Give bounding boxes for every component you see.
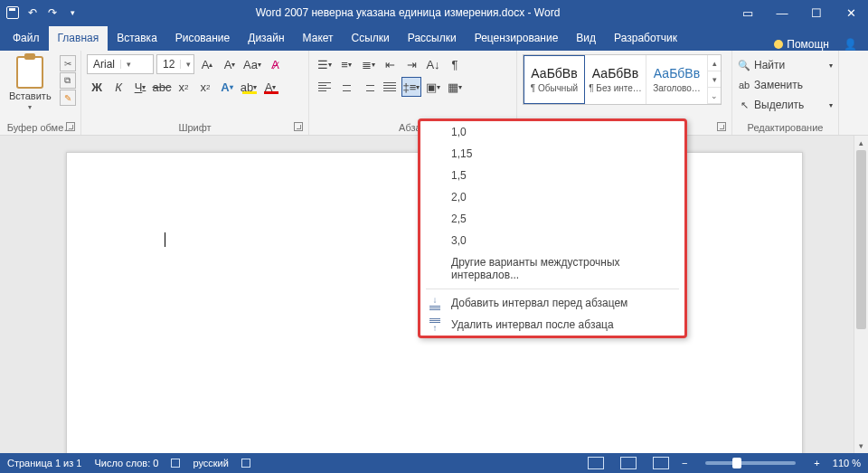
title-bar: ↶ ↷ ▾ Word 2007 неверна указана единица … bbox=[0, 0, 868, 25]
styles-dialog-launcher[interactable] bbox=[717, 122, 726, 131]
ribbon-display-icon[interactable]: ▭ bbox=[731, 0, 765, 25]
tell-me[interactable]: Помощн bbox=[767, 38, 836, 51]
replace-button[interactable]: abЗаменить bbox=[738, 76, 833, 94]
scroll-down-button[interactable]: ▾ bbox=[854, 439, 868, 453]
select-button[interactable]: ↖Выделить▾ bbox=[738, 96, 833, 114]
style-normal[interactable]: АаБбВв ¶ Обычный bbox=[524, 55, 585, 104]
font-size-combo[interactable]: 12▾ bbox=[156, 54, 194, 74]
tab-design[interactable]: Дизайн bbox=[239, 26, 293, 51]
status-word-count[interactable]: Число слов: 0 bbox=[94, 458, 158, 468]
clipboard-dialog-launcher[interactable] bbox=[66, 122, 75, 131]
justify-button[interactable] bbox=[380, 77, 400, 97]
spacing-options[interactable]: Другие варианты междустрочных интервалов… bbox=[420, 251, 684, 286]
group-font-label: Шрифт bbox=[87, 120, 303, 133]
minimize-button[interactable]: — bbox=[765, 0, 799, 25]
menu-separator bbox=[426, 289, 679, 289]
qat-customize-icon[interactable]: ▾ bbox=[65, 5, 80, 20]
change-case-button[interactable]: Aa▾ bbox=[242, 54, 262, 74]
increase-indent-button[interactable]: ⇥ bbox=[401, 54, 421, 74]
font-dialog-launcher[interactable] bbox=[294, 122, 303, 131]
style-name: ¶ Обычный bbox=[525, 83, 583, 93]
ribbon-tabs: Файл Главная Вставка Рисование Дизайн Ма… bbox=[0, 25, 868, 51]
tab-review[interactable]: Рецензирование bbox=[466, 26, 568, 51]
subscript-button[interactable]: x2 bbox=[174, 77, 193, 97]
tab-draw[interactable]: Рисование bbox=[166, 26, 239, 51]
status-macro[interactable] bbox=[241, 459, 250, 468]
align-left-button[interactable] bbox=[315, 77, 335, 97]
align-right-button[interactable] bbox=[358, 77, 378, 97]
group-clipboard: Вставить ▾ ✂ ⧉ ✎ Буфер обме… bbox=[0, 51, 81, 135]
add-space-before[interactable]: ↓ Добавить интервал перед абзацем bbox=[420, 292, 684, 314]
spacing-2-0[interactable]: 2,0 bbox=[420, 186, 684, 208]
status-page[interactable]: Страница 1 из 1 bbox=[7, 458, 81, 468]
grow-font-button[interactable]: A▴ bbox=[197, 54, 217, 74]
find-button[interactable]: 🔍Найти▾ bbox=[738, 56, 833, 74]
close-button[interactable]: ✕ bbox=[834, 0, 868, 25]
style-no-spacing[interactable]: АаБбВв ¶ Без инте… bbox=[585, 55, 646, 104]
quick-access-toolbar: ↶ ↷ ▾ bbox=[0, 5, 85, 20]
scroll-thumb[interactable] bbox=[856, 150, 866, 329]
vertical-scrollbar[interactable]: ▴ ▾ bbox=[854, 136, 868, 453]
font-name-combo[interactable]: Arial▾ bbox=[87, 54, 154, 74]
bullets-button[interactable]: ☰▾ bbox=[315, 54, 335, 74]
show-marks-button[interactable]: ¶ bbox=[445, 54, 465, 74]
cut-button[interactable]: ✂ bbox=[60, 55, 76, 71]
status-spelling[interactable] bbox=[171, 459, 180, 468]
tab-developer[interactable]: Разработчик bbox=[605, 26, 686, 51]
zoom-slider[interactable] bbox=[705, 461, 796, 465]
redo-icon[interactable]: ↷ bbox=[45, 5, 60, 20]
clear-formatting-button[interactable]: A̷ bbox=[265, 54, 285, 74]
maximize-button[interactable]: ☐ bbox=[799, 0, 834, 25]
font-color-button[interactable]: A▾ bbox=[260, 77, 280, 97]
save-icon[interactable] bbox=[5, 5, 20, 20]
view-web-layout[interactable] bbox=[653, 457, 669, 469]
shrink-font-button[interactable]: A▾ bbox=[220, 54, 240, 74]
spacing-1-15[interactable]: 1,15 bbox=[420, 143, 684, 165]
text-effects-button[interactable]: A▾ bbox=[217, 77, 237, 97]
copy-button[interactable]: ⧉ bbox=[60, 72, 76, 89]
zoom-in-button[interactable]: + bbox=[814, 458, 819, 468]
share-button[interactable]: 👤 bbox=[836, 38, 864, 51]
view-read-mode[interactable] bbox=[620, 457, 637, 469]
styles-gallery[interactable]: АаБбВв ¶ Обычный АаБбВв ¶ Без инте… АаБб… bbox=[523, 54, 722, 105]
sort-button[interactable]: A↓ bbox=[423, 54, 443, 74]
decrease-indent-button[interactable]: ⇤ bbox=[380, 54, 400, 74]
multilevel-list-button[interactable]: ≣▾ bbox=[358, 54, 378, 74]
highlight-button[interactable]: ab▾ bbox=[239, 77, 259, 97]
tab-mailings[interactable]: Рассылки bbox=[399, 26, 466, 51]
bold-button[interactable]: Ж bbox=[87, 77, 107, 97]
shading-button[interactable]: ▣▾ bbox=[423, 77, 443, 97]
underline-button[interactable]: Ч▾ bbox=[130, 77, 150, 97]
strikethrough-button[interactable]: abc bbox=[152, 77, 172, 97]
superscript-button[interactable]: x2 bbox=[195, 77, 215, 97]
remove-space-after[interactable]: ↑ Удалить интервал после абзаца bbox=[420, 314, 684, 336]
tab-file[interactable]: Файл bbox=[4, 26, 49, 51]
numbering-button[interactable]: ≡▾ bbox=[336, 54, 356, 74]
tab-view[interactable]: Вид bbox=[567, 26, 605, 51]
italic-button[interactable]: К bbox=[108, 77, 128, 97]
tab-insert[interactable]: Вставка bbox=[108, 26, 166, 51]
format-painter-button[interactable]: ✎ bbox=[60, 90, 76, 106]
scroll-track[interactable] bbox=[854, 150, 868, 439]
undo-icon[interactable]: ↶ bbox=[25, 5, 40, 20]
spacing-3-0[interactable]: 3,0 bbox=[420, 230, 684, 251]
style-name: ¶ Без инте… bbox=[587, 83, 645, 93]
line-spacing-button[interactable]: ‡≡▾ bbox=[401, 77, 421, 97]
status-language[interactable]: русский bbox=[193, 458, 228, 468]
zoom-slider-thumb[interactable] bbox=[732, 458, 741, 468]
tab-layout[interactable]: Макет bbox=[294, 26, 343, 51]
scroll-up-button[interactable]: ▴ bbox=[854, 136, 868, 150]
zoom-out-button[interactable]: − bbox=[682, 458, 687, 468]
spacing-1-0[interactable]: 1,0 bbox=[420, 121, 684, 143]
tab-references[interactable]: Ссылки bbox=[343, 26, 399, 51]
view-print-layout[interactable] bbox=[588, 457, 604, 469]
paste-button[interactable]: Вставить ▾ bbox=[5, 54, 55, 113]
style-heading1[interactable]: АаБбВв Заголово… bbox=[646, 55, 708, 104]
spacing-2-5[interactable]: 2,5 bbox=[420, 208, 684, 230]
tab-home[interactable]: Главная bbox=[49, 26, 108, 51]
spacing-1-5[interactable]: 1,5 bbox=[420, 165, 684, 186]
align-center-button[interactable] bbox=[336, 77, 356, 97]
borders-button[interactable]: ▦▾ bbox=[445, 77, 465, 97]
zoom-level[interactable]: 110 % bbox=[833, 458, 861, 468]
styles-gallery-expand[interactable]: ▴▾⌄ bbox=[708, 55, 721, 104]
